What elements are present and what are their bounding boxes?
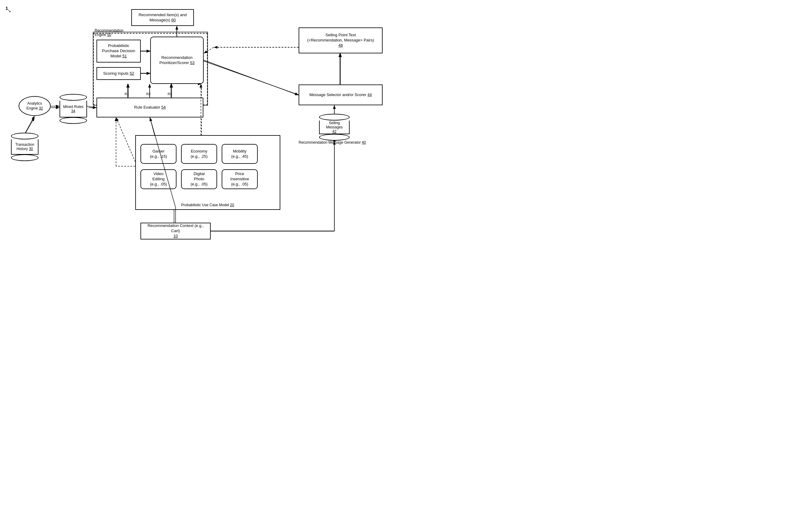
svg-line-32 [204, 61, 298, 95]
scoring-inputs-label: Scoring Inputs 52 [103, 71, 134, 76]
rule-evaluator-label: Rule Evaluator 54 [134, 105, 165, 110]
transaction-history-cylinder: TransactionHistory 30 [11, 133, 38, 161]
price-insensitive-box: PriceInsensitive(e.g., .05) [222, 169, 258, 189]
rec-prioritizer-label: RecommendationPrioritizer/Scorer 53 [159, 55, 195, 65]
selling-point-text-box: Selling Point Text(<Recommendation, Mess… [298, 27, 383, 53]
analytics-engine-label: AnalyticsEngine 32 [26, 101, 43, 111]
mobility-box: Mobility(e.g., .45) [222, 144, 258, 164]
mobility-label: Mobility(e.g., .45) [231, 149, 248, 159]
mined-rules-label: Mined Rules34 [63, 104, 84, 113]
recommendation-engine-label: RecommendationEngine 50 [95, 28, 123, 37]
svg-line-39 [204, 47, 214, 53]
video-editing-box: VideoEditing(e.g., .05) [141, 169, 177, 189]
selling-messages-cylinder: Selling Messages42 [319, 114, 350, 140]
economy-label: Economy(e.g., .25) [190, 149, 207, 159]
scoring-inputs-box: Scoring Inputs 52 [96, 67, 141, 80]
digital-photo-box: DigitalPhoto(e.g., .05) [181, 169, 217, 189]
video-editing-label: VideoEditing(e.g., .05) [150, 171, 167, 187]
svg-line-15 [116, 117, 135, 162]
prob-purchase-box: ProbabilisticPurchase DecisionModel 51 [96, 40, 141, 62]
rule-evaluator-box: Rule Evaluator 54 [96, 98, 203, 117]
gamer-box: Gamer(e.g., .15) [141, 144, 177, 164]
rec-context-label: Recommendation Context (e.g., Cart)10 [143, 223, 208, 239]
rec-message-generator-label: Recommendation Message Generator 40 [298, 140, 366, 145]
recommended-items-box: Recommended Item(s) andMessage(s) 60 [131, 9, 194, 26]
prob-use-case-label: Probabilistic Use Case Model 20 [153, 203, 262, 207]
mined-rules-cylinder: Mined Rules34 [59, 94, 87, 124]
r1-label: R1 [125, 92, 129, 96]
svg-line-28 [87, 106, 96, 108]
selling-messages-label: Selling Messages42 [321, 121, 348, 134]
selling-point-text-label: Selling Point Text(<Recommendation, Mess… [307, 33, 374, 48]
rec-prioritizer-box: RecommendationPrioritizer/Scorer 53 [150, 37, 204, 84]
r2-label: R2 [146, 92, 150, 96]
svg-line-3 [25, 117, 35, 133]
price-insensitive-label: PriceInsensitive(e.g., .05) [230, 171, 249, 187]
rec-context-box: Recommendation Context (e.g., Cart)10 [141, 223, 211, 240]
gamer-label: Gamer(e.g., .15) [150, 149, 167, 159]
message-selector-box: Message Selector and/or Scorer 44 [298, 84, 383, 105]
digital-photo-label: DigitalPhoto(e.g., .05) [190, 171, 207, 187]
svg-line-26 [25, 116, 35, 133]
analytics-engine-oval: AnalyticsEngine 32 [19, 96, 51, 116]
prob-purchase-label: ProbabilisticPurchase DecisionModel 51 [102, 43, 135, 59]
ref-arrow: ↘ [7, 8, 11, 13]
transaction-history-label: TransactionHistory 30 [15, 142, 34, 151]
svg-line-12 [204, 60, 298, 95]
economy-box: Economy(e.g., .25) [181, 144, 217, 164]
patent-diagram: 1 ↘ [0, 0, 400, 266]
message-selector-label: Message Selector and/or Scorer 44 [309, 92, 372, 98]
recommended-items-number: 60 [171, 18, 176, 22]
recommended-items-label: Recommended Item(s) andMessage(s) 60 [139, 13, 187, 23]
r3-label: R3 [168, 92, 172, 96]
